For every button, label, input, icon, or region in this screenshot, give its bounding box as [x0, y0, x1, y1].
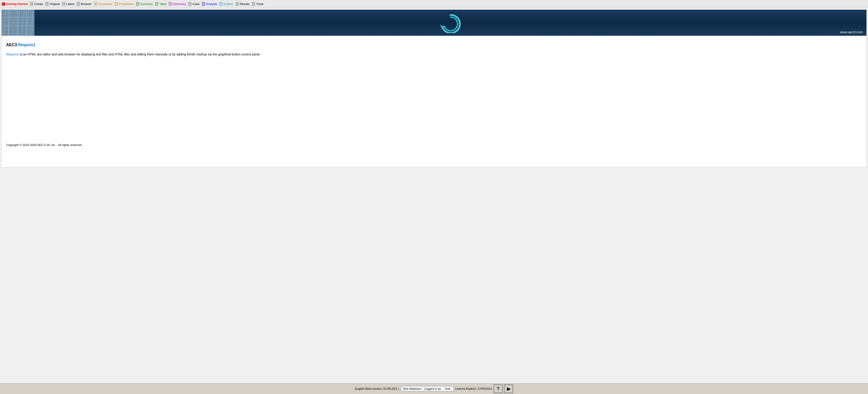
- nav-latest-label: Latest: [66, 2, 74, 6]
- nav-table[interactable]: Table: [155, 2, 166, 6]
- doc-icon-browser: [76, 2, 80, 6]
- nav-procedural[interactable]: Procedural: [94, 2, 113, 6]
- app-title: AEC3 Require1: [6, 42, 860, 47]
- nav-create-label: Create: [34, 2, 43, 6]
- nav-results[interactable]: Results: [236, 2, 250, 6]
- nav-latest[interactable]: Latest: [62, 2, 74, 6]
- app-description: Require1 is an HTML text editor and web …: [6, 52, 860, 57]
- copyright: Copyright © 2010-2020 AEC3 UK Ltd. - All…: [6, 143, 82, 147]
- nav-results-label: Results: [240, 2, 250, 6]
- nav-create[interactable]: Create: [30, 2, 43, 6]
- main-content: www.aec3.com AEC3 Require1 Require1 is a…: [1, 9, 867, 167]
- description-text: is an HTML text editor and web browser f…: [19, 53, 260, 56]
- nav-dictionary-label: Dictionary: [173, 2, 186, 6]
- banner-left-image: [2, 10, 34, 36]
- nav-case[interactable]: Case: [188, 2, 199, 6]
- nav-browser[interactable]: Browser: [76, 2, 92, 6]
- nav-proposition[interactable]: Proposition: [115, 2, 134, 6]
- doc-icon-results: [236, 2, 239, 6]
- doc-icon-analysis: [202, 2, 206, 6]
- nav-analysis-label: Analysis: [206, 2, 217, 6]
- doc-icon-table: [155, 2, 159, 6]
- doc-icon-dictionary: [168, 2, 172, 6]
- nav-original-label: Original: [50, 2, 60, 6]
- nav-original[interactable]: Original: [45, 2, 60, 6]
- nav-trace[interactable]: Trace: [252, 2, 264, 6]
- banner-right: www.aec3.com: [34, 10, 866, 36]
- nav-summary-label: Summary: [140, 2, 153, 6]
- doc-icon-trace: [252, 2, 255, 6]
- nav-entities[interactable]: Entities: [219, 2, 233, 6]
- doc-icon-case: [188, 2, 192, 6]
- nav-trace-label: Trace: [256, 2, 264, 6]
- app-title-prefix: AEC3: [6, 42, 18, 47]
- nav-proposition-label: Proposition: [119, 2, 134, 6]
- doc-icon-summary: [136, 2, 140, 6]
- doc-icon-proposition: [115, 2, 118, 6]
- banner-url: www.aec3.com: [840, 30, 863, 34]
- nav-browser-label: Browser: [81, 2, 92, 6]
- description-require1-link[interactable]: Require1: [6, 53, 19, 56]
- content-body: AEC3 Require1 Require1 is an HTML text e…: [2, 36, 866, 70]
- info-icon: i: [2, 2, 5, 6]
- doc-icon-entities: [219, 2, 223, 6]
- doc-icon-create: [30, 2, 33, 6]
- app-title-link[interactable]: Require1: [18, 42, 35, 47]
- nav-getting-started-label: Getting Started: [6, 2, 28, 6]
- svg-rect-56: [2, 10, 34, 36]
- doc-icon-procedural: [94, 2, 97, 6]
- doc-icon-original: [45, 2, 49, 6]
- banner: www.aec3.com: [2, 10, 866, 36]
- nav-table-label: Table: [159, 2, 166, 6]
- nav-case-label: Case: [192, 2, 199, 6]
- nav-entities-label: Entities: [223, 2, 233, 6]
- nav-getting-started[interactable]: i Getting Started: [2, 2, 28, 6]
- nav-analysis[interactable]: Analysis: [202, 2, 217, 6]
- nav-procedural-label: Procedural: [98, 2, 113, 6]
- nav-summary[interactable]: Summary: [136, 2, 153, 6]
- doc-icon-latest: [62, 2, 66, 6]
- nav-dictionary[interactable]: Dictionary: [168, 2, 186, 6]
- navbar: i Getting Started Create Original Latest…: [0, 0, 868, 8]
